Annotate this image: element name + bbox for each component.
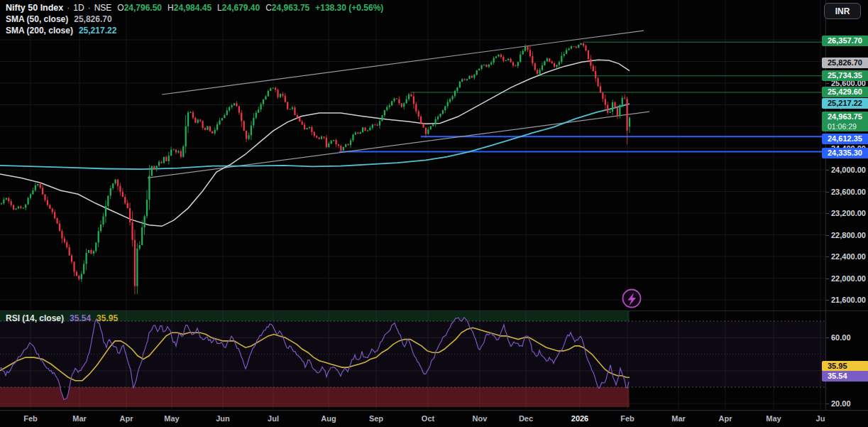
price-level-label: 25,826.70 <box>822 58 868 68</box>
price-axis-tick: 21,600.00 <box>826 295 868 305</box>
price-level-label: 24,335.30 <box>822 148 868 158</box>
rsi-value-label: 35.95 <box>822 361 868 372</box>
time-axis-label: Apr <box>719 414 732 423</box>
pane-separator[interactable] <box>0 310 868 311</box>
time-axis-label: Jul <box>268 414 279 423</box>
sma50-legend-row[interactable]: SMA (50, close) 25,826.70 <box>6 13 383 24</box>
price-axis-tick: 23,600.00 <box>826 187 868 197</box>
time-axis-label: Apr <box>120 414 133 423</box>
time-axis[interactable]: FebMarAprMayJunJulAugSepOctNovDec2026Feb… <box>0 410 868 427</box>
time-axis-label: Feb <box>620 414 634 423</box>
close-key: C <box>265 3 272 13</box>
rsi-axis-tick: 60.00 <box>826 333 868 342</box>
trading-chart-app: Nifty 50 Index · 1D · NSE O 24,796.50 H … <box>0 0 868 427</box>
exchange-label: NSE <box>94 3 112 13</box>
boost-icon[interactable] <box>623 290 641 308</box>
open-value: 24,796.50 <box>124 3 162 13</box>
high-value: 24,984.45 <box>174 3 211 13</box>
separator-dot: · <box>88 3 91 13</box>
rsi-legend-row[interactable]: RSI (14, close) 35.54 35.95 <box>6 313 118 323</box>
price-level-label: 25,734.35 <box>822 70 868 81</box>
price-level-label: 24,612.35 <box>822 134 868 144</box>
symbol-row[interactable]: Nifty 50 Index · 1D · NSE O 24,796.50 H … <box>6 2 383 13</box>
rsi-legend: RSI (14, close) 35.54 35.95 <box>6 313 118 323</box>
time-axis-label: Oct <box>422 414 434 423</box>
chart-canvas[interactable] <box>0 0 825 410</box>
sma200-label: SMA (200, close) <box>6 26 73 36</box>
low-value: 24,679.40 <box>222 3 260 13</box>
time-axis-label: Ju <box>816 414 825 423</box>
sma50-value: 25,826.70 <box>74 14 111 24</box>
sma50-line <box>0 60 630 226</box>
rsi-value: 35.54 <box>70 313 91 323</box>
timeframe-label: 1D <box>73 3 84 13</box>
current-price-label: 24,963.7501:06:29 <box>822 112 868 131</box>
time-axis-label: May <box>766 414 781 423</box>
time-axis-label: Feb <box>23 414 38 423</box>
price-axis-tick: 22,000.00 <box>826 274 868 283</box>
price-axis-tick: 24,000.00 <box>826 165 868 175</box>
time-axis-label: 2026 <box>571 414 588 423</box>
rsi-value-label: 35.54 <box>822 371 868 382</box>
rsi-ma-value: 35.95 <box>97 313 118 323</box>
price-axis-tick: 22,800.00 <box>826 230 868 240</box>
current-price-value: 24,963.75 <box>828 112 868 122</box>
high-key: H <box>167 3 174 13</box>
separator-dot: · <box>67 3 70 13</box>
price-level-label: 25,429.60 <box>822 87 868 97</box>
time-axis-label: Mar <box>72 414 87 423</box>
time-axis-label: May <box>164 414 179 423</box>
currency-button[interactable]: INR <box>824 3 861 19</box>
close-value: 24,963.75 <box>272 3 309 13</box>
price-legend: Nifty 50 Index · 1D · NSE O 24,796.50 H … <box>6 2 383 36</box>
price-level-label: 25,217.22 <box>822 98 868 109</box>
rsi-axis-tick: 20.00 <box>826 399 868 409</box>
level-lines <box>339 42 825 151</box>
sma50-label: SMA (50, close) <box>6 14 68 24</box>
symbol-title: Nifty 50 Index <box>6 3 63 13</box>
open-key: O <box>117 3 123 13</box>
time-axis-label: Sep <box>369 414 383 423</box>
price-axis-tick: 23,200.00 <box>826 208 868 218</box>
time-axis-label: Mar <box>671 414 686 423</box>
price-axis-tick: 22,400.00 <box>826 252 868 261</box>
low-key: L <box>217 3 222 13</box>
sma200-legend-row[interactable]: SMA (200, close) 25,217.22 <box>6 25 383 36</box>
time-axis-label: Jun <box>216 414 230 423</box>
price-level-label: 26,357.70 <box>822 36 868 46</box>
bar-countdown: 01:06:29 <box>828 122 868 131</box>
price-axis[interactable]: 26,400.0026,000.0025,600.0025,200.0024,8… <box>825 0 868 410</box>
time-axis-label: Nov <box>473 414 488 423</box>
rsi-band <box>0 321 825 387</box>
time-axis-label: Aug <box>321 414 336 423</box>
sma200-value: 25,217.22 <box>79 26 116 36</box>
change-value: +138.30 (+0.56%) <box>315 3 383 13</box>
time-axis-label: Dec <box>519 414 533 423</box>
rsi-label: RSI (14, close) <box>6 313 64 323</box>
